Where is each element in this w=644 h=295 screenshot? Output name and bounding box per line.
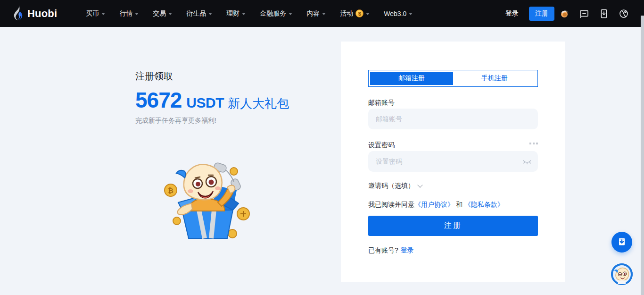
nav-item-derivatives[interactable]: 衍生品 bbox=[179, 0, 219, 27]
brand-name: Huobi bbox=[27, 8, 57, 20]
main-content: 注册领取 5672 USDT 新人大礼包 完成新手任务再享更多福利! ₿ bbox=[0, 27, 644, 295]
password-visibility-toggle[interactable] bbox=[523, 159, 531, 167]
huobi-logo[interactable]: Huobi bbox=[12, 5, 57, 22]
main-nav: 买币 行情 交易 衍生品 理财 金融服务 内容 活动 $ Web3.0 bbox=[79, 0, 420, 27]
nav-item-label: 内容 bbox=[306, 9, 320, 18]
invite-code-toggle[interactable]: 邀请码（选填） bbox=[368, 182, 422, 190]
promo-amount: 5672 bbox=[135, 89, 182, 111]
login-link[interactable]: 登录 bbox=[401, 246, 414, 254]
promo-title: 注册领取 bbox=[135, 70, 289, 83]
ellipsis-dots-icon bbox=[529, 143, 538, 144]
nav-item-buy-crypto[interactable]: 买币 bbox=[79, 0, 112, 27]
tab-phone-register[interactable]: 手机注册 bbox=[453, 72, 536, 85]
nav-item-markets[interactable]: 行情 bbox=[112, 0, 146, 27]
download-icon bbox=[617, 237, 627, 247]
nav-item-label: 交易 bbox=[153, 9, 166, 18]
svg-text:₿: ₿ bbox=[168, 187, 173, 194]
promo-suffix: 新人大礼包 bbox=[228, 95, 289, 112]
email-input[interactable] bbox=[368, 109, 538, 129]
nav-item-label: 衍生品 bbox=[186, 9, 206, 18]
agreement-prefix: 我已阅读并同意 bbox=[368, 201, 414, 208]
promo-block: 注册领取 5672 USDT 新人大礼包 完成新手任务再享更多福利! bbox=[135, 70, 289, 125]
globe-icon[interactable] bbox=[614, 0, 634, 27]
password-label: 设置密码 bbox=[368, 141, 395, 150]
chevron-down-icon bbox=[366, 13, 370, 15]
chevron-down-icon bbox=[417, 182, 422, 187]
tab-email-register[interactable]: 邮箱注册 bbox=[370, 72, 453, 85]
chevron-down-icon bbox=[135, 13, 139, 15]
password-input[interactable] bbox=[368, 151, 538, 172]
chevron-down-icon bbox=[242, 13, 246, 15]
chevron-down-icon bbox=[168, 13, 172, 15]
chat-icon[interactable] bbox=[574, 0, 594, 27]
top-navbar: Huobi 买币 行情 交易 衍生品 理财 金融服务 内容 活动 $ Web3.… bbox=[0, 0, 644, 27]
registration-card: 邮箱注册 手机注册 邮箱账号 设置密码 邀请码（选填） 我已阅读并同意《用户协议… bbox=[341, 42, 565, 282]
nav-item-earn[interactable]: 理财 bbox=[219, 0, 253, 27]
nav-right-cluster: 登录 注册 bbox=[499, 0, 634, 27]
promo-subtitle: 完成新手任务再享更多福利! bbox=[135, 117, 289, 125]
support-mascot-avatar[interactable] bbox=[611, 263, 633, 285]
agreement-and: 和 bbox=[456, 201, 462, 208]
nav-item-web3[interactable]: Web3.0 bbox=[377, 0, 420, 27]
promo-currency: USDT bbox=[186, 95, 224, 111]
chevron-down-icon bbox=[322, 13, 326, 15]
chevron-down-icon bbox=[101, 13, 105, 15]
register-nav-button[interactable]: 注册 bbox=[529, 7, 554, 21]
agreement-text: 我已阅读并同意《用户协议》 和 《隐私条款》 bbox=[368, 201, 504, 209]
nav-item-label: 金融服务 bbox=[260, 9, 286, 18]
huobi-flame-icon bbox=[12, 5, 25, 22]
chevron-down-icon bbox=[289, 13, 292, 15]
chevron-down-icon bbox=[409, 13, 413, 15]
nav-item-activity[interactable]: 活动 $ bbox=[333, 0, 377, 27]
login-button[interactable]: 登录 bbox=[499, 6, 525, 22]
email-label: 邮箱账号 bbox=[368, 99, 395, 107]
nav-item-trade[interactable]: 交易 bbox=[146, 0, 179, 27]
user-agreement-link[interactable]: 《用户协议》 bbox=[414, 201, 454, 208]
vertical-scrollbar[interactable] bbox=[641, 16, 644, 295]
mascot-giftbox-illustration: ₿ bbox=[156, 153, 257, 243]
invite-code-label: 邀请码（选填） bbox=[368, 182, 414, 190]
nav-item-label: Web3.0 bbox=[384, 10, 406, 17]
have-account-row: 已有账号?登录 bbox=[368, 246, 414, 255]
chevron-down-icon bbox=[208, 13, 212, 15]
nav-item-label: 活动 bbox=[340, 9, 353, 18]
nav-item-label: 买币 bbox=[86, 9, 99, 18]
coin-badge-icon: $ bbox=[355, 9, 363, 17]
eye-closed-icon bbox=[523, 160, 531, 165]
register-method-tabs: 邮箱注册 手机注册 bbox=[368, 70, 538, 87]
nav-item-label: 行情 bbox=[119, 9, 132, 18]
nav-item-financial-services[interactable]: 金融服务 bbox=[253, 0, 299, 27]
app-download-fab[interactable] bbox=[611, 232, 632, 253]
register-submit-button[interactable]: 注册 bbox=[368, 216, 538, 236]
privacy-terms-link[interactable]: 《隐私条款》 bbox=[464, 201, 504, 208]
promo-amount-row: 5672 USDT 新人大礼包 bbox=[135, 89, 289, 112]
nav-item-content[interactable]: 内容 bbox=[299, 0, 333, 27]
reward-icon[interactable] bbox=[554, 0, 574, 27]
nav-item-label: 理财 bbox=[226, 9, 239, 18]
app-download-icon[interactable] bbox=[594, 0, 614, 27]
have-account-text: 已有账号? bbox=[368, 246, 398, 254]
